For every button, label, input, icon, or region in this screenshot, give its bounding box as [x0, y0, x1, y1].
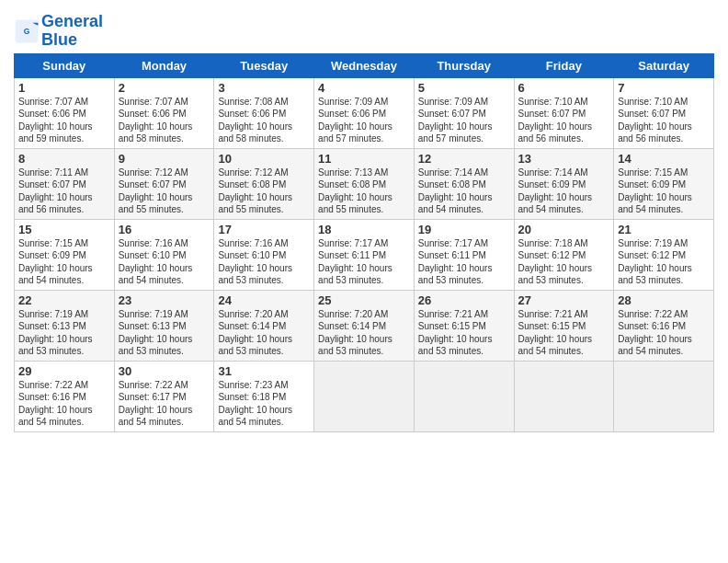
cell-content: Sunrise: 7:22 AMSunset: 6:16 PMDaylight:… — [618, 308, 710, 358]
calendar-cell: 1Sunrise: 7:07 AMSunset: 6:06 PMDaylight… — [15, 77, 115, 148]
cell-content: Sunrise: 7:09 AMSunset: 6:06 PMDaylight:… — [318, 96, 410, 145]
day-header-saturday: Saturday — [614, 53, 714, 77]
page-container: G General Blue SundayMondayTuesdayWednes… — [0, 0, 728, 442]
day-number: 3 — [218, 81, 310, 95]
day-number: 6 — [518, 81, 610, 95]
calendar-cell: 16Sunrise: 7:16 AMSunset: 6:10 PMDayligh… — [114, 219, 214, 290]
day-number: 31 — [218, 364, 310, 378]
cell-content: Sunrise: 7:10 AMSunset: 6:07 PMDaylight:… — [518, 96, 610, 145]
cell-content: Sunrise: 7:08 AMSunset: 6:06 PMDaylight:… — [218, 96, 310, 145]
day-header-sunday: Sunday — [15, 53, 115, 77]
week-row-5: 29Sunrise: 7:22 AMSunset: 6:16 PMDayligh… — [15, 361, 714, 431]
cell-content: Sunrise: 7:16 AMSunset: 6:10 PMDaylight:… — [119, 237, 210, 287]
day-number: 13 — [518, 152, 610, 166]
cell-content: Sunrise: 7:23 AMSunset: 6:18 PMDaylight:… — [218, 379, 310, 429]
calendar-cell: 19Sunrise: 7:17 AMSunset: 6:11 PMDayligh… — [414, 219, 514, 290]
week-row-4: 22Sunrise: 7:19 AMSunset: 6:13 PMDayligh… — [15, 290, 714, 361]
day-number: 12 — [418, 152, 510, 166]
logo-text-line1: General — [41, 13, 103, 31]
calendar-body: 1Sunrise: 7:07 AMSunset: 6:06 PMDaylight… — [15, 77, 714, 431]
cell-content: Sunrise: 7:20 AMSunset: 6:14 PMDaylight:… — [318, 308, 410, 358]
cell-content: Sunrise: 7:21 AMSunset: 6:15 PMDaylight:… — [418, 308, 510, 358]
day-header-thursday: Thursday — [414, 53, 514, 77]
calendar-header-row: SundayMondayTuesdayWednesdayThursdayFrid… — [15, 53, 714, 77]
day-number: 20 — [518, 223, 610, 236]
cell-content: Sunrise: 7:14 AMSunset: 6:08 PMDaylight:… — [418, 167, 510, 216]
cell-content: Sunrise: 7:10 AMSunset: 6:07 PMDaylight:… — [618, 96, 710, 145]
calendar-cell: 4Sunrise: 7:09 AMSunset: 6:06 PMDaylight… — [314, 77, 415, 148]
cell-content: Sunrise: 7:17 AMSunset: 6:11 PMDaylight:… — [418, 237, 510, 287]
cell-content: Sunrise: 7:09 AMSunset: 6:07 PMDaylight:… — [418, 96, 510, 145]
calendar-cell: 18Sunrise: 7:17 AMSunset: 6:11 PMDayligh… — [314, 219, 415, 290]
cell-content: Sunrise: 7:17 AMSunset: 6:11 PMDaylight:… — [318, 237, 410, 287]
calendar-cell — [314, 361, 415, 431]
week-row-1: 1Sunrise: 7:07 AMSunset: 6:06 PMDaylight… — [15, 77, 714, 148]
calendar-cell: 9Sunrise: 7:12 AMSunset: 6:07 PMDaylight… — [114, 148, 214, 219]
day-number: 4 — [318, 81, 410, 95]
cell-content: Sunrise: 7:19 AMSunset: 6:13 PMDaylight:… — [119, 308, 210, 358]
cell-content: Sunrise: 7:11 AMSunset: 6:07 PMDaylight:… — [18, 167, 110, 216]
day-number: 25 — [318, 293, 410, 307]
day-number: 28 — [618, 293, 710, 307]
cell-content: Sunrise: 7:22 AMSunset: 6:17 PMDaylight:… — [119, 379, 210, 429]
cell-content: Sunrise: 7:16 AMSunset: 6:10 PMDaylight:… — [218, 237, 310, 287]
cell-content: Sunrise: 7:07 AMSunset: 6:06 PMDaylight:… — [119, 96, 210, 145]
day-number: 7 — [618, 81, 710, 95]
calendar-cell: 15Sunrise: 7:15 AMSunset: 6:09 PMDayligh… — [15, 219, 115, 290]
calendar-cell: 24Sunrise: 7:20 AMSunset: 6:14 PMDayligh… — [214, 290, 314, 361]
calendar-cell: 11Sunrise: 7:13 AMSunset: 6:08 PMDayligh… — [314, 148, 415, 219]
cell-content: Sunrise: 7:22 AMSunset: 6:16 PMDaylight:… — [18, 379, 110, 429]
calendar-cell: 13Sunrise: 7:14 AMSunset: 6:09 PMDayligh… — [514, 148, 614, 219]
day-number: 16 — [119, 223, 210, 236]
calendar-cell — [414, 361, 514, 431]
logo-text-line2: Blue — [41, 31, 103, 50]
day-number: 9 — [119, 152, 210, 166]
calendar-cell: 7Sunrise: 7:10 AMSunset: 6:07 PMDaylight… — [614, 77, 714, 148]
day-number: 1 — [18, 81, 110, 95]
calendar-cell: 21Sunrise: 7:19 AMSunset: 6:12 PMDayligh… — [614, 219, 714, 290]
calendar-cell: 2Sunrise: 7:07 AMSunset: 6:06 PMDaylight… — [114, 77, 214, 148]
day-number: 30 — [119, 364, 210, 378]
calendar-cell: 3Sunrise: 7:08 AMSunset: 6:06 PMDaylight… — [214, 77, 314, 148]
day-number: 14 — [618, 152, 710, 166]
cell-content: Sunrise: 7:18 AMSunset: 6:12 PMDaylight:… — [518, 237, 610, 287]
logo-icon: G — [14, 18, 40, 44]
day-number: 27 — [518, 293, 610, 307]
cell-content: Sunrise: 7:19 AMSunset: 6:12 PMDaylight:… — [618, 237, 710, 287]
day-number: 22 — [18, 293, 110, 307]
cell-content: Sunrise: 7:20 AMSunset: 6:14 PMDaylight:… — [218, 308, 310, 358]
day-number: 29 — [18, 364, 110, 378]
day-number: 8 — [18, 152, 110, 166]
cell-content: Sunrise: 7:14 AMSunset: 6:09 PMDaylight:… — [518, 167, 610, 216]
day-number: 26 — [418, 293, 510, 307]
day-number: 5 — [418, 81, 510, 95]
calendar-cell — [614, 361, 714, 431]
day-number: 10 — [218, 152, 310, 166]
calendar-cell: 22Sunrise: 7:19 AMSunset: 6:13 PMDayligh… — [15, 290, 115, 361]
calendar-cell: 23Sunrise: 7:19 AMSunset: 6:13 PMDayligh… — [114, 290, 214, 361]
cell-content: Sunrise: 7:12 AMSunset: 6:08 PMDaylight:… — [218, 167, 310, 216]
calendar-cell — [514, 361, 614, 431]
day-number: 21 — [618, 223, 710, 236]
calendar-cell: 30Sunrise: 7:22 AMSunset: 6:17 PMDayligh… — [114, 361, 214, 431]
day-number: 17 — [218, 223, 310, 236]
week-row-3: 15Sunrise: 7:15 AMSunset: 6:09 PMDayligh… — [15, 219, 714, 290]
day-number: 24 — [218, 293, 310, 307]
calendar-cell: 28Sunrise: 7:22 AMSunset: 6:16 PMDayligh… — [614, 290, 714, 361]
day-number: 18 — [318, 223, 410, 236]
cell-content: Sunrise: 7:21 AMSunset: 6:15 PMDaylight:… — [518, 308, 610, 358]
calendar-cell: 5Sunrise: 7:09 AMSunset: 6:07 PMDaylight… — [414, 77, 514, 148]
day-header-tuesday: Tuesday — [214, 53, 314, 77]
logo: G General Blue — [14, 13, 103, 50]
calendar-cell: 20Sunrise: 7:18 AMSunset: 6:12 PMDayligh… — [514, 219, 614, 290]
calendar-cell: 26Sunrise: 7:21 AMSunset: 6:15 PMDayligh… — [414, 290, 514, 361]
calendar-cell: 29Sunrise: 7:22 AMSunset: 6:16 PMDayligh… — [15, 361, 115, 431]
day-header-friday: Friday — [514, 53, 614, 77]
day-number: 11 — [318, 152, 410, 166]
calendar-cell: 12Sunrise: 7:14 AMSunset: 6:08 PMDayligh… — [414, 148, 514, 219]
calendar-table: SundayMondayTuesdayWednesdayThursdayFrid… — [14, 53, 714, 432]
calendar-cell: 10Sunrise: 7:12 AMSunset: 6:08 PMDayligh… — [214, 148, 314, 219]
cell-content: Sunrise: 7:15 AMSunset: 6:09 PMDaylight:… — [618, 167, 710, 216]
day-number: 19 — [418, 223, 510, 236]
calendar-cell: 8Sunrise: 7:11 AMSunset: 6:07 PMDaylight… — [15, 148, 115, 219]
